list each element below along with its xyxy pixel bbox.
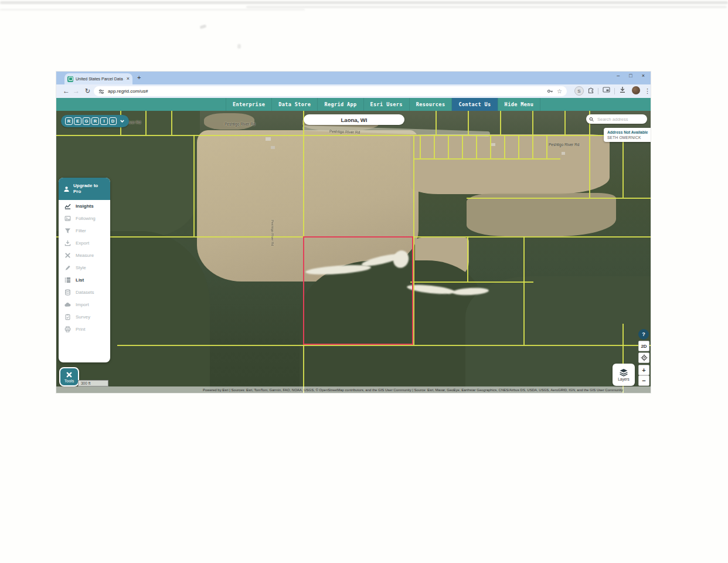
browser-toolbar: ← → ↻ app.regrid.com/us# ☆ S xyxy=(56,84,651,98)
road-label: Peshtigo River Rd xyxy=(549,143,579,147)
parcel-line xyxy=(532,111,533,135)
new-tab-button[interactable]: + xyxy=(137,74,141,81)
sidebar-item-filter[interactable]: Filter xyxy=(59,225,110,237)
logo-letter: D xyxy=(109,117,117,125)
pen-icon xyxy=(64,264,71,271)
extensions-icon[interactable] xyxy=(587,86,594,93)
toolbar-divider xyxy=(614,88,615,94)
parcel-line xyxy=(448,135,449,158)
refresh-icon[interactable]: ↻ xyxy=(85,86,90,96)
cloud-upload-icon xyxy=(64,301,71,308)
download-icon[interactable] xyxy=(619,86,626,93)
parcel-line xyxy=(145,111,147,135)
nav-esri-users[interactable]: Esri Users xyxy=(363,98,409,111)
parcel-line xyxy=(193,135,195,236)
parcel-line xyxy=(117,345,651,346)
nav-contact-us[interactable]: Contact Us xyxy=(451,98,497,111)
parcel-line xyxy=(420,135,421,158)
parcel-line xyxy=(564,111,566,135)
window-minimize-button[interactable]: – xyxy=(617,73,620,79)
map-building xyxy=(271,146,275,149)
nav-data-store[interactable]: Data Store xyxy=(271,98,317,111)
sidebar-item-list[interactable]: List xyxy=(59,274,110,286)
place-pill[interactable]: Laona, WI xyxy=(304,114,404,125)
screen-share-icon[interactable] xyxy=(603,86,610,93)
parcel-line xyxy=(467,198,651,199)
sidebar-item-following[interactable]: Following xyxy=(59,212,110,225)
map-field-patch xyxy=(204,113,254,130)
back-icon[interactable]: ← xyxy=(63,86,70,96)
road-label: Peshtigo River Rd xyxy=(271,220,274,246)
nav-hide-menu[interactable]: Hide Menu xyxy=(498,98,541,111)
sidebar-item-insights[interactable]: Insights xyxy=(59,200,110,212)
parcel-line xyxy=(414,158,560,160)
map-attribution: Powered by Esri | Sources: Esri, TomTom,… xyxy=(56,386,651,393)
map-canvas[interactable]: Peshtigo River Rd Peshtigo River Rd Pesh… xyxy=(56,111,651,393)
sidebar-item-import[interactable]: Import xyxy=(59,299,110,311)
sidebar-item-print[interactable]: Print xyxy=(59,323,110,335)
logo-letter: E xyxy=(74,117,81,125)
sidebar-item-survey[interactable]: Survey xyxy=(59,311,110,323)
regrid-favicon-icon xyxy=(67,76,73,82)
export-icon xyxy=(64,240,71,246)
tab-strip: United States Parcel Data - Re × + – □ × xyxy=(56,72,651,84)
selected-parcel-outline[interactable] xyxy=(303,236,413,345)
logo-letter: I xyxy=(100,117,108,125)
image-icon xyxy=(64,215,71,222)
nav-enterprise[interactable]: Enterprise xyxy=(226,98,271,111)
sidebar-item-export[interactable]: Export xyxy=(59,237,110,249)
search-input[interactable] xyxy=(596,116,644,123)
parcel-line xyxy=(589,111,590,198)
window-close-button[interactable]: × xyxy=(642,73,645,79)
sidebar-item-datasets[interactable]: Datasets xyxy=(59,286,110,299)
menu-dots-icon[interactable]: ⋮ xyxy=(644,86,651,96)
browser-tab[interactable]: United States Parcel Data - Re × xyxy=(64,73,132,84)
nav-regrid-app[interactable]: Regrid App xyxy=(317,98,363,111)
mode-2d-button[interactable]: 2D xyxy=(638,341,649,351)
nav-resources[interactable]: Resources xyxy=(409,98,452,111)
help-button[interactable]: ? xyxy=(638,329,649,340)
map-building xyxy=(562,152,565,155)
browser-profile-avatar[interactable] xyxy=(632,86,640,94)
road-label: Peshtigo River Rd xyxy=(224,122,255,126)
forward-icon[interactable]: → xyxy=(73,86,80,96)
address-popup[interactable]: Address Not Available SETH OMERNICK xyxy=(604,128,651,142)
password-key-icon[interactable] xyxy=(547,88,553,94)
locate-icon xyxy=(641,354,648,361)
scan-mark xyxy=(199,24,206,29)
profile-chip[interactable]: S xyxy=(574,86,584,96)
scan-streak xyxy=(0,1,728,4)
layers-button[interactable]: Layers xyxy=(613,364,635,386)
sidebar-item-upgrade-to-pro[interactable]: Upgrade to Pro xyxy=(59,178,110,200)
clipboard-icon xyxy=(64,314,71,320)
parcel-line xyxy=(518,135,519,158)
sidebar-item-measure[interactable]: Measure xyxy=(59,249,110,262)
zoom-in-button[interactable]: + xyxy=(638,365,649,375)
regrid-logo[interactable]: R E G R I D xyxy=(61,115,129,127)
search-box[interactable] xyxy=(586,114,647,124)
sidebar-item-style[interactable]: Style xyxy=(59,262,110,274)
locate-button[interactable] xyxy=(638,352,649,363)
zoom-out-button[interactable]: − xyxy=(638,375,649,386)
address-bar[interactable]: app.regrid.com/us# ☆ xyxy=(94,86,567,96)
site-info-icon[interactable] xyxy=(98,89,104,94)
popup-owner: SETH OMERNICK xyxy=(607,135,651,140)
scale-bar: 300 ft xyxy=(78,380,108,386)
browser-window: United States Parcel Data - Re × + – □ ×… xyxy=(56,72,651,393)
window-maximize-button[interactable]: □ xyxy=(629,73,632,79)
chevron-down-icon[interactable] xyxy=(120,118,125,124)
map-field-patch xyxy=(410,134,610,194)
parcel-line xyxy=(434,135,435,158)
logo-letter: R xyxy=(91,117,99,125)
toolbar-divider xyxy=(598,88,598,94)
parcel-line xyxy=(468,111,469,135)
parcel-line xyxy=(532,135,533,158)
bookmark-star-icon[interactable]: ☆ xyxy=(557,89,562,94)
layers-label: Layers xyxy=(618,377,630,381)
tools-button[interactable]: Tools xyxy=(59,367,79,386)
tab-close-icon[interactable]: × xyxy=(127,76,130,82)
parcel-line xyxy=(504,135,505,158)
parcel-line xyxy=(413,135,414,345)
scan-streak xyxy=(0,9,305,11)
logo-letter: R xyxy=(65,117,73,125)
